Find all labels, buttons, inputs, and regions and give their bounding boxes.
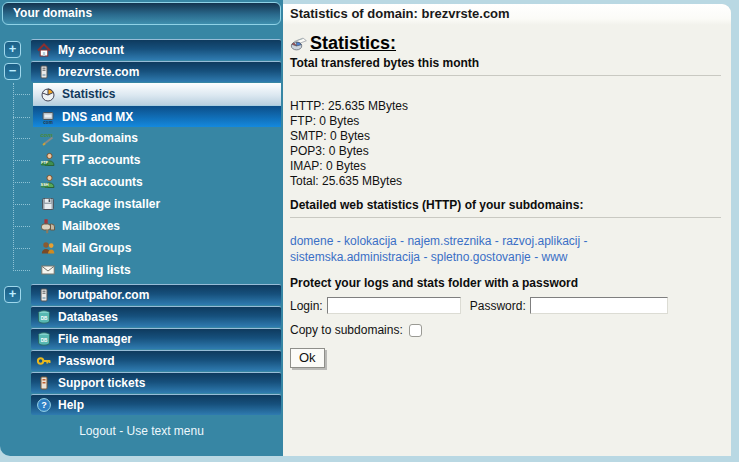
sidebar-item-label: Mailing lists [62, 263, 131, 277]
svg-text:com: com [43, 120, 52, 125]
sidebar-item-label: SSH accounts [62, 175, 143, 189]
sidebar-item-label: Help [58, 398, 84, 412]
logout-link[interactable]: Logout - Use text menu [0, 424, 283, 438]
sidebar-item-brezvrste-com[interactable]: brezvrste.com [31, 61, 281, 82]
detailed-heading: Detailed web statistics (HTTP) of your s… [290, 198, 721, 212]
stat-line-http: HTTP: 25.635 MBytes [290, 99, 721, 114]
login-input[interactable] [327, 297, 461, 314]
password-label: Password: [470, 299, 526, 313]
sidebar-item-borutpahor-com[interactable]: borutpahor.com [31, 284, 281, 305]
menu-row: Support tickets [0, 372, 283, 393]
sidebar-item-ssh-accounts[interactable]: SSHSSH accounts [33, 171, 281, 193]
sidebar-item-file-manager[interactable]: DBFile manager [31, 328, 281, 349]
sidebar-item-mail-groups[interactable]: Mail Groups [33, 237, 281, 259]
sidebar-item-ftp-accounts[interactable]: FTPFTP accounts [33, 149, 281, 171]
mailbox-icon [39, 218, 56, 235]
database-icon: DB [35, 331, 52, 348]
subdomain-link-najem-streznika[interactable]: najem.streznika [407, 234, 491, 248]
svg-text:com: com [40, 132, 53, 138]
main-panel: Statistics of domain: brezvrste.com Stat… [283, 4, 731, 456]
content: Statistics: Total transfered bytes this … [283, 25, 731, 368]
sidebar-item-statistics[interactable]: Statistics [33, 83, 281, 105]
sidebar-item-sub-domains[interactable]: comSub-domains [33, 127, 281, 149]
menu-row: ?Help [0, 394, 283, 415]
sidebar-header: Your domains [2, 2, 281, 25]
subdomain-link-spletno-gostovanje[interactable]: spletno.gostovanje [431, 250, 531, 264]
submenu-brezvrste-com: StatisticscomDNS and MXcomSub-domainsFTP… [0, 83, 283, 281]
floppy-icon [39, 196, 56, 213]
login-label: Login: [290, 299, 323, 313]
ok-button[interactable]: Ok [290, 348, 325, 368]
collapse-toggle-brezvrste-com[interactable]: − [4, 63, 21, 80]
menu-row: Password [0, 350, 283, 371]
sidebar-item-my-account[interactable]: My account [31, 39, 281, 60]
divider [290, 217, 721, 218]
sidebar-item-label: Statistics [62, 87, 115, 101]
sidebar-item-databases[interactable]: DBDatabases [31, 306, 281, 327]
sidebar-item-label: File manager [58, 332, 132, 346]
sidebar-item-label: DNS and MX [62, 110, 133, 124]
sidebar: Your domains +My account−brezvrste.comSt… [0, 0, 283, 456]
svg-text:DB: DB [40, 316, 47, 321]
subdomain-link-kolokacija[interactable]: kolokacija [344, 234, 397, 248]
subdomain-icon: com [39, 130, 56, 147]
sidebar-item-label: Databases [58, 310, 118, 324]
server-icon [35, 287, 52, 304]
subdomain-link-razvoj-aplikacij[interactable]: razvoj.aplikacij [502, 234, 580, 248]
sidebar-item-package-installer[interactable]: Package installer [33, 193, 281, 215]
envelope-icon [39, 262, 56, 279]
toggle-cell: − [0, 63, 31, 80]
protect-heading: Protect your logs and stats folder with … [290, 276, 721, 290]
menu-row: −brezvrste.com [0, 61, 283, 82]
sidebar-menu: +My account−brezvrste.comStatisticscomDN… [0, 39, 283, 416]
main-area: Statistics of domain: brezvrste.com Stat… [283, 0, 739, 462]
sidebar-item-label: My account [58, 43, 124, 57]
sidebar-item-label: Password [58, 354, 115, 368]
piechart-icon [39, 86, 56, 103]
svg-text:?: ? [41, 400, 47, 410]
server-icon [35, 64, 52, 81]
copy-to-subdomains-checkbox[interactable] [409, 324, 422, 337]
dns-icon: com [39, 108, 56, 125]
subdomain-link-sistemska-administracija[interactable]: sistemska.administracija [290, 250, 420, 264]
sidebar-item-help[interactable]: ?Help [31, 394, 281, 415]
control-panel-window: Your domains +My account−brezvrste.comSt… [0, 0, 739, 462]
stat-line-pop3: POP3: 0 Bytes [290, 144, 721, 159]
toggle-cell: + [0, 41, 31, 58]
expand-toggle-my-account[interactable]: + [4, 41, 21, 58]
sidebar-item-dns-and-mx[interactable]: comDNS and MX [33, 105, 281, 127]
sidebar-item-label: Package installer [62, 197, 160, 211]
menu-row: +My account [0, 39, 283, 60]
sidebar-item-support-tickets[interactable]: Support tickets [31, 372, 281, 393]
subdomain-link-domene[interactable]: domene [290, 234, 333, 248]
sidebar-item-password[interactable]: Password [31, 350, 281, 371]
ticket-icon [35, 375, 52, 392]
menu-row: DBFile manager [0, 328, 283, 349]
sidebar-item-mailboxes[interactable]: Mailboxes [33, 215, 281, 237]
sidebar-item-mailing-lists[interactable]: Mailing lists [33, 259, 281, 281]
svg-text:SSH: SSH [40, 183, 48, 187]
ssh-user-icon: SSH [39, 174, 56, 191]
subheading: Total transfered bytes this month [290, 56, 721, 70]
house-icon [35, 42, 52, 59]
subdomain-link-www[interactable]: www [541, 250, 567, 264]
users-icon [39, 240, 56, 257]
menu-row: +borutpahor.com [0, 284, 283, 305]
pie3d-icon [290, 35, 307, 52]
ftp-user-icon: FTP [39, 152, 56, 169]
copy-row: Copy to subdomains: [290, 323, 721, 337]
sidebar-item-label: Mail Groups [62, 241, 131, 255]
stat-line-imap: IMAP: 0 Bytes [290, 159, 721, 174]
divider [290, 75, 721, 76]
statistics-heading: Statistics: [310, 33, 396, 54]
sidebar-item-label: Sub-domains [62, 131, 138, 145]
page-title: Statistics of domain: brezvrste.com [283, 4, 731, 25]
sidebar-item-label: FTP accounts [62, 153, 140, 167]
password-input[interactable] [530, 297, 668, 314]
expand-toggle-borutpahor-com[interactable]: + [4, 286, 21, 303]
stat-line-smtp: SMTP: 0 Bytes [290, 129, 721, 144]
sidebar-item-label: brezvrste.com [58, 65, 139, 79]
sidebar-item-label: Support tickets [58, 376, 145, 390]
subdomain-links: domene - kolokacija - najem.streznika - … [290, 233, 720, 265]
menu-row: DBDatabases [0, 306, 283, 327]
